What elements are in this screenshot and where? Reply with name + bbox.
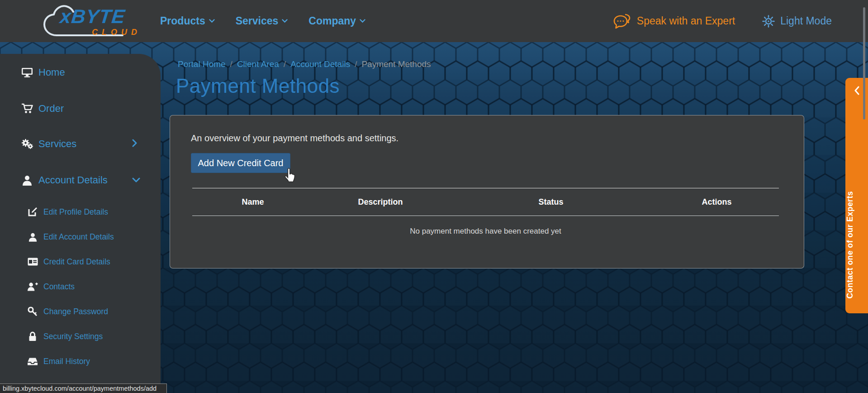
menu-item-products[interactable]: Products	[160, 15, 215, 27]
sidebar-item-credit-card-details[interactable]: Credit Card Details	[0, 251, 161, 272]
chevron-down-icon	[282, 19, 288, 23]
table-empty-message: No payment methods have been created yet	[192, 216, 779, 236]
sidebar-item-label: Services	[38, 138, 76, 150]
inbox-icon	[27, 357, 38, 366]
table-header-description: Description	[313, 188, 447, 216]
menu-item-label: Products	[160, 15, 205, 27]
sidebar-item-label: Account Details	[38, 174, 108, 186]
speak-with-expert-label: Speak with an Expert	[637, 15, 735, 27]
lock-icon	[27, 331, 38, 341]
sidebar-item-account-details[interactable]: Account Details	[0, 170, 161, 191]
edit-icon	[27, 207, 38, 217]
table-header-actions: Actions	[655, 188, 779, 216]
brand-logo[interactable]: xBYTE CLOUD	[38, 2, 174, 41]
breadcrumb-link-client-area[interactable]: Client Area	[237, 59, 279, 69]
sidebar-item-services[interactable]: Services	[0, 134, 161, 154]
sidebar-item-label: Edit Account Details	[43, 232, 114, 242]
sidebar-item-label: Security Settings	[43, 332, 103, 341]
breadcrumb-current: Payment Methods	[361, 59, 431, 69]
menu-item-company[interactable]: Company	[308, 15, 365, 27]
menu-item-label: Services	[236, 15, 279, 27]
breadcrumb-separator: /	[284, 59, 286, 69]
sun-icon	[762, 15, 775, 28]
sidebar-item-label: Email History	[43, 357, 90, 366]
chevron-down-icon	[360, 19, 365, 23]
chat-bubbles-icon	[613, 13, 631, 29]
sidebar-item-security-settings[interactable]: Security Settings	[0, 326, 161, 347]
table-empty-row: No payment methods have been created yet	[192, 216, 779, 236]
payment-methods-card: An overview of your payment methods and …	[170, 115, 804, 268]
sidebar-item-label: Contacts	[43, 282, 75, 292]
breadcrumb-link-account-details[interactable]: Account Details	[290, 59, 350, 69]
id-card-icon	[27, 258, 38, 266]
table-header-row: Name Description Status Actions	[192, 188, 779, 216]
sidebar-item-contacts[interactable]: Contacts	[0, 276, 161, 297]
user-icon	[27, 232, 38, 242]
sidebar-item-order[interactable]: Order	[0, 98, 161, 119]
cart-icon	[21, 103, 33, 114]
logo-text-sub: CLOUD	[92, 28, 141, 37]
gears-icon	[21, 139, 33, 149]
contact-experts-label: Contact one of our Experts	[845, 191, 868, 299]
page-title: Payment Methods	[176, 75, 340, 97]
user-plus-icon	[27, 282, 38, 291]
speak-with-expert-link[interactable]: Speak with an Expert	[613, 13, 735, 29]
app-root: xBYTE CLOUD Products Services Company	[0, 0, 868, 393]
breadcrumb-separator: /	[230, 59, 232, 69]
sidebar-item-label: Order	[38, 103, 64, 115]
light-mode-label: Light Mode	[780, 15, 832, 27]
breadcrumb: Portal Home/Client Area/Account Details/…	[178, 59, 431, 69]
monitor-icon	[21, 67, 33, 78]
chevron-down-icon	[132, 176, 140, 184]
breadcrumb-separator: /	[355, 59, 357, 69]
light-mode-toggle[interactable]: Light Mode	[762, 15, 832, 28]
card-intro-text: An overview of your payment methods and …	[191, 133, 398, 144]
sidebar: Home Order Serv	[0, 54, 161, 393]
sidebar-item-label: Edit Profile Details	[43, 207, 108, 217]
sidebar-item-email-history[interactable]: Email History	[0, 351, 161, 372]
table-header-name: Name	[192, 188, 313, 216]
user-icon	[21, 175, 33, 186]
add-new-credit-card-button[interactable]: Add New Credit Card	[191, 153, 290, 173]
logo-text-main: xBYTE	[59, 5, 126, 28]
sidebar-item-edit-account-details[interactable]: Edit Account Details	[0, 226, 161, 247]
chevron-down-icon	[209, 19, 215, 23]
sidebar-item-label: Change Password	[43, 307, 108, 316]
main-menu: Products Services Company	[160, 0, 365, 42]
sidebar-item-edit-profile-details[interactable]: Edit Profile Details	[0, 201, 161, 222]
navbar-right: Speak with an Expert Light Mode	[613, 0, 832, 42]
sidebar-item-label: Credit Card Details	[43, 257, 110, 267]
menu-item-label: Company	[308, 15, 356, 27]
menu-item-services[interactable]: Services	[236, 15, 288, 27]
chevron-right-icon	[132, 139, 137, 149]
sidebar-item-label: Home	[38, 67, 65, 78]
sidebar-item-home[interactable]: Home	[0, 62, 161, 83]
sidebar-item-change-password[interactable]: Change Password	[0, 301, 161, 322]
top-navbar: xBYTE CLOUD Products Services Company	[0, 0, 868, 42]
payment-methods-table: Name Description Status Actions No payme…	[192, 188, 779, 236]
scrollbar-thumb[interactable]	[863, 7, 865, 120]
key-icon	[27, 307, 38, 316]
statusbar-url: billing.xbytecloud.com/account/paymentme…	[0, 383, 167, 393]
table-header-status: Status	[447, 188, 655, 216]
breadcrumb-link-portal-home[interactable]: Portal Home	[178, 59, 226, 69]
